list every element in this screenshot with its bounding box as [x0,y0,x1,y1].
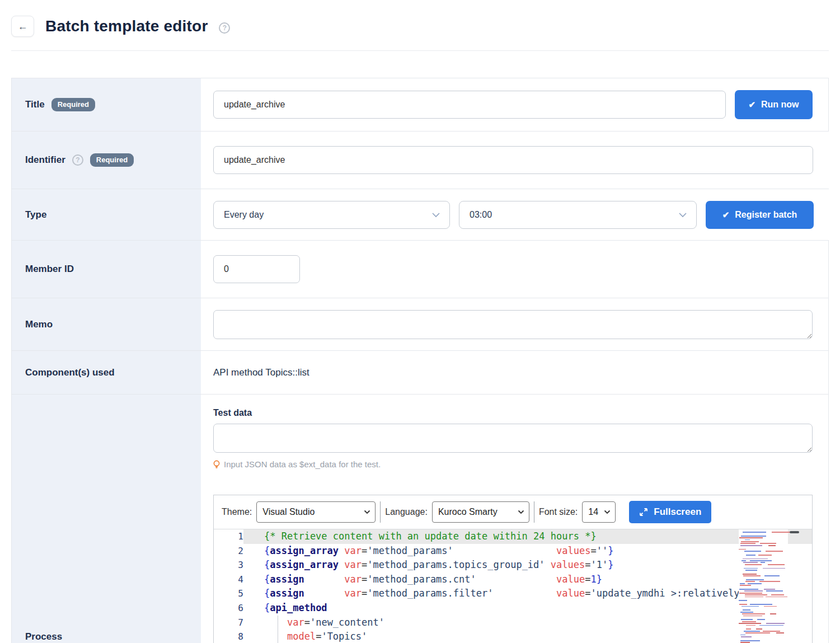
header-divider [11,50,829,51]
identifier-input[interactable] [213,146,813,174]
type-label-cell: Type [12,189,201,240]
code-line[interactable]: 3{assign_array var='method_params.topics… [214,558,812,572]
member-id-label-cell: Member ID [12,241,201,298]
fullscreen-icon [639,508,648,517]
chevron-down-icon [678,212,687,218]
title-label: Title [25,99,45,110]
editor-toolbar: Theme: Visual Studio Language: Kuroco Sm… [214,495,812,529]
title-input[interactable] [213,91,726,119]
page-title: Batch template editor [45,17,208,35]
member-id-input[interactable] [213,255,300,283]
type-label: Type [25,209,46,220]
toolbar-divider [380,501,381,523]
row-member-id: Member ID [12,241,828,298]
row-identifier: Identifier ? Required [12,132,828,189]
components-value: API method Topics::list [213,367,309,378]
test-data-hint: Input JSON data as $ext_data for the tes… [213,459,813,469]
title-label-cell: Title Required [12,78,201,131]
lightbulb-icon [213,460,220,469]
fontsize-label: Font size: [539,507,578,517]
identifier-help-icon[interactable]: ? [72,154,83,166]
code-editor-panel: Theme: Visual Studio Language: Kuroco Sm… [213,495,813,643]
required-badge: Required [51,98,95,111]
check-icon: ✔ [748,100,755,110]
process-label-cell: Process [12,395,201,643]
test-data-label: Test data [213,408,813,418]
run-now-button[interactable]: ✔ Run now [735,90,813,119]
code-line[interactable]: 6{api_method [214,601,812,616]
fullscreen-button[interactable]: Fullscreen [629,501,711,523]
member-id-label: Member ID [25,264,74,275]
code-line[interactable]: 4{assign var='method_params.cnt' value=1… [214,572,812,587]
identifier-label-cell: Identifier ? Required [12,132,201,189]
check-icon: ✔ [722,210,730,220]
theme-label: Theme: [222,507,252,517]
code-line[interactable]: 8 model='Topics' [214,630,812,643]
components-label: Component(s) used [25,367,115,378]
chevron-down-icon [431,212,440,218]
row-title: Title Required ✔ Run now [12,78,828,132]
code-line[interactable]: 7 var='new_content' [214,616,812,630]
code-line[interactable]: 2{assign_array var='method_params' value… [214,544,812,558]
time-dropdown[interactable]: 03:00 [459,201,697,229]
identifier-label: Identifier [25,154,65,166]
back-button[interactable]: ← [11,16,34,37]
row-type: Type Every day 03:00 ✔ Register batch [12,189,828,241]
editor-minimap[interactable] [739,529,788,643]
components-label-cell: Component(s) used [12,351,201,394]
required-badge: Required [90,153,134,167]
theme-select[interactable]: Visual Studio [256,501,376,523]
batch-form: Title Required ✔ Run now Identifier ? Re… [11,78,829,643]
arrow-left-icon: ← [18,21,28,32]
scrollbar-thumb[interactable] [790,531,799,533]
test-data-textarea[interactable] [213,424,813,453]
memo-textarea[interactable] [213,310,813,339]
fontsize-select[interactable]: 14 [582,501,616,523]
memo-label-cell: Memo [12,298,201,350]
language-label: Language: [385,507,428,517]
code-line[interactable]: 1{* Retrieve content with an update date… [214,529,812,544]
chevron-down-icon [364,510,370,514]
row-memo: Memo [12,298,828,351]
chevron-down-icon [604,510,611,514]
editor-body: 1{* Retrieve content with an update date… [214,529,812,643]
toolbar-divider [534,501,534,523]
frequency-dropdown[interactable]: Every day [213,201,450,229]
process-label: Process [25,631,62,642]
row-components: Component(s) used API method Topics::lis… [12,351,828,395]
row-process: Process Test data Input JSON data as $ex… [12,395,828,643]
page-header: ← Batch template editor ? [0,0,840,40]
register-batch-button[interactable]: ✔ Register batch [706,201,814,229]
code-line[interactable]: 5{assign var='method_params.filter' valu… [214,586,812,601]
memo-label: Memo [25,319,53,330]
help-icon[interactable]: ? [219,22,230,34]
language-select[interactable]: Kuroco Smarty [432,501,529,523]
chevron-down-icon [518,510,524,514]
code-area[interactable]: 1{* Retrieve content with an update date… [214,529,812,643]
